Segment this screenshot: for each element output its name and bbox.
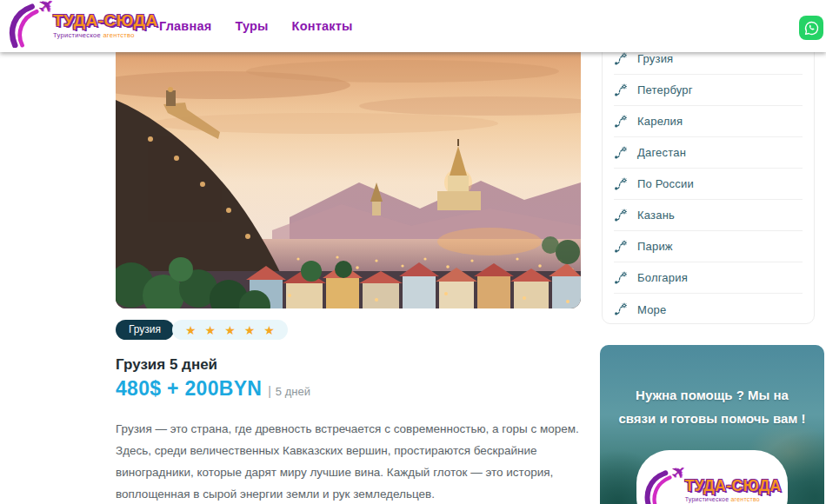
logo-title: ТУДА-СЮДА	[53, 11, 158, 30]
star-icon: ★	[224, 324, 236, 336]
sidebar-item-label: Дагестан	[637, 146, 686, 159]
logo-swoosh-icon: ✈	[643, 469, 683, 504]
tour-title: Грузия 5 дней	[116, 356, 217, 374]
help-card: Нужна помощь ? Мы на связи и готовы помо…	[600, 345, 824, 504]
site-logo-secondary: ✈ ТУДА-СЮДА Туристическое агентство	[643, 469, 782, 504]
route-icon	[614, 302, 628, 316]
header: ✈ ТУДА-СЮДА Туристическое агентство Глав…	[0, 0, 826, 52]
sidebar-item-3[interactable]: Карелия	[614, 106, 803, 137]
site-logo[interactable]: ✈ ТУДА-СЮДА Туристическое агентство	[7, 3, 158, 48]
price-row: 480$ + 200BYN | 5 дней	[116, 377, 310, 401]
route-icon	[614, 177, 628, 191]
whatsapp-button[interactable]	[799, 16, 823, 40]
main-nav: ГлавнаяТурыКонтакты	[159, 0, 353, 52]
nav-link-3[interactable]: Контакты	[292, 19, 353, 33]
sidebar-item-label: Карелия	[637, 115, 683, 128]
logo-swoosh-icon: ✈	[7, 3, 50, 48]
paragraph: Грузия — это страна, где древность встре…	[116, 418, 585, 504]
route-icon	[614, 115, 628, 129]
route-icon	[614, 209, 628, 222]
sidebar-item-4[interactable]: Дагестан	[614, 137, 803, 169]
sidebar-item-label: Петербург	[637, 83, 693, 96]
star-icon: ★	[185, 324, 197, 336]
logo-subtitle: Туристическое агентство	[53, 31, 158, 39]
sidebar-item-label: Болгария	[637, 271, 688, 284]
route-icon	[614, 83, 628, 97]
sidebar-item-6[interactable]: Казань	[614, 200, 803, 231]
tour-hero-image	[116, 52, 581, 308]
logo-title: ТУДА-СЮДА	[685, 477, 782, 494]
route-icon	[614, 271, 628, 285]
sidebar-item-label: Море	[637, 303, 666, 316]
route-icon	[614, 146, 628, 160]
sidebar-item-5[interactable]: По России	[614, 169, 803, 200]
help-card-text: Нужна помощь ? Мы на связи и готовы помо…	[600, 345, 824, 430]
sidebar-item-label: Грузия	[637, 52, 673, 65]
destinations-sidebar: Грузия Петербург Карелия Дагестан По Рос	[602, 35, 815, 324]
star-icon: ★	[263, 324, 275, 336]
sidebar-item-8[interactable]: Болгария	[614, 262, 803, 294]
sidebar-item-9[interactable]: Море	[614, 294, 803, 324]
price-separator: |	[268, 384, 271, 398]
tour-category-badge[interactable]: Грузия	[116, 320, 174, 340]
help-card-logo-panel: ✈ ТУДА-СЮДА Туристическое агентство	[636, 450, 788, 504]
sidebar-item-label: Париж	[637, 240, 673, 253]
whatsapp-icon	[803, 20, 820, 36]
star-icon: ★	[205, 324, 216, 336]
destinations-list: Грузия Петербург Карелия Дагестан По Рос	[603, 43, 814, 324]
sidebar-item-7[interactable]: Париж	[614, 231, 803, 262]
sidebar-item-label: Казань	[637, 209, 675, 222]
sidebar-item-2[interactable]: Петербург	[614, 75, 803, 106]
rating-stars: ★★★★★	[172, 320, 288, 340]
tour-duration: 5 дней	[276, 385, 310, 398]
sidebar-item-label: По России	[637, 177, 694, 190]
nav-link-2[interactable]: Туры	[235, 19, 268, 33]
star-icon: ★	[244, 324, 256, 336]
tbilisi-cityscape-illustration	[116, 52, 581, 308]
route-icon	[614, 240, 628, 254]
nav-link-1[interactable]: Главная	[159, 19, 211, 33]
tour-price: 480$ + 200BYN	[116, 377, 262, 401]
route-icon	[614, 52, 628, 66]
tour-description: Грузия — это страна, где древность встре…	[116, 418, 585, 504]
logo-subtitle: Туристическое агентство	[685, 495, 782, 502]
